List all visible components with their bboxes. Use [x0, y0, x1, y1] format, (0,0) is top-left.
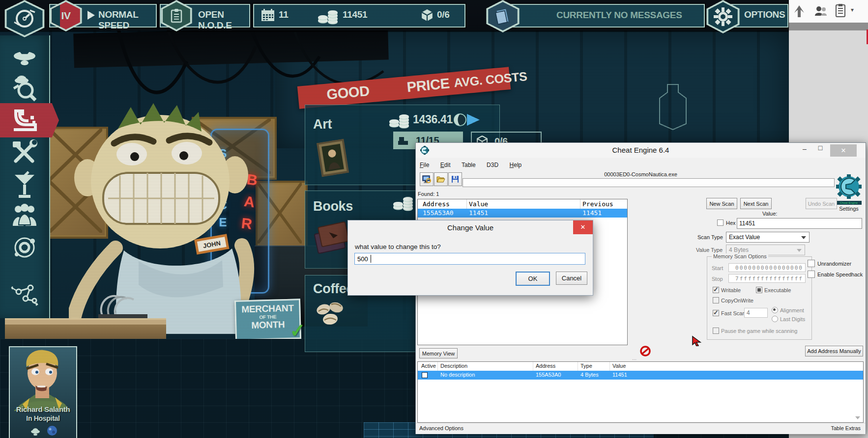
new-scan-button[interactable]: New Scan	[706, 198, 737, 209]
menu-file[interactable]: File	[420, 162, 429, 168]
active-checkbox[interactable]	[422, 372, 428, 378]
merchant-name-tag: JOHN	[196, 235, 228, 253]
speedometer-icon	[13, 7, 36, 30]
memory-view-button[interactable]: Memory View	[419, 348, 458, 358]
value-type-value: 4 Bytes	[729, 246, 749, 253]
scan-row-address: 155A53A0	[423, 209, 454, 217]
speed-stage: IV	[61, 10, 70, 22]
crew-portrait[interactable]: Richard Salanth In Hospital	[9, 346, 77, 438]
ce-progress-bar	[463, 178, 835, 187]
list-col-description[interactable]: Description	[440, 363, 467, 369]
portrait-status: In Hospital	[10, 414, 76, 422]
sidebar-item-scanner[interactable]	[11, 75, 38, 102]
messages-label: CURRENTLY NO MESSAGES	[556, 10, 682, 21]
speedhack-label: Enable Speedhack	[817, 272, 863, 277]
flask-outline-icon	[658, 83, 688, 131]
ce-titlebar[interactable]: Cheat Engine 6.4 – □ ✕	[416, 143, 866, 158]
address-list-row[interactable]: No description 155A53A0 4 Bytes 11451	[418, 371, 863, 380]
hex-checkbox[interactable]	[717, 219, 723, 226]
copyonwrite-checkbox[interactable]	[713, 297, 719, 303]
messages-box[interactable]: CURRENTLY NO MESSAGES	[501, 4, 705, 27]
ce-logo[interactable]: Cheat Engine	[836, 174, 862, 205]
trade-arrow-icon[interactable]	[467, 114, 480, 126]
unrandomizer-checkbox[interactable]	[808, 260, 815, 267]
market-col-price: PRICE	[406, 75, 450, 95]
ok-button[interactable]: OK	[516, 272, 550, 286]
alignment-radio[interactable]	[772, 307, 778, 313]
menu-edit[interactable]: Edit	[440, 162, 451, 168]
unrandomizer-label: Unrandomizer	[817, 261, 851, 267]
fast-scan-input[interactable]	[744, 308, 768, 318]
table-extras-link[interactable]: Table Extras	[831, 425, 861, 431]
scan-type-label: Scan Type	[697, 234, 723, 240]
fast-scan-checkbox[interactable]: ✓	[713, 310, 719, 316]
pointer-scan-icon[interactable]	[692, 335, 701, 346]
scan-col-previous[interactable]: Previous	[582, 200, 613, 208]
hex-label: Hex	[726, 220, 736, 226]
scan-result-row[interactable]: 155A53A0 11451 11451	[418, 209, 627, 218]
dialog-input-wrap	[354, 253, 585, 265]
users-tool-icon[interactable]	[814, 5, 827, 18]
toolbar-caret-icon[interactable]: ▾	[851, 6, 854, 13]
advanced-options-link[interactable]: Advanced Options	[419, 425, 463, 431]
found-count: Found: 1	[418, 191, 439, 197]
sidebar-item-crew[interactable]	[12, 203, 37, 227]
sidebar-item-ship[interactable]	[12, 43, 37, 69]
list-col-address[interactable]: Address	[536, 363, 555, 369]
clipboard-tool-icon[interactable]	[835, 4, 846, 18]
list-scroll-chevron[interactable]	[855, 416, 860, 419]
address-list: Active Description Address Type Value No…	[417, 361, 864, 423]
menu-d3d[interactable]: D3D	[487, 162, 498, 168]
dialog-value-input[interactable]	[354, 253, 585, 265]
mso-stop-input[interactable]	[728, 274, 806, 283]
menu-help[interactable]: Help	[510, 162, 522, 168]
market-col-good: GOOD	[326, 83, 370, 103]
pause-checkbox[interactable]	[713, 328, 719, 334]
list-col-type[interactable]: Type	[580, 363, 592, 369]
maximize-button[interactable]: □	[813, 144, 827, 156]
sidebar-item-workshop[interactable]	[11, 138, 38, 166]
executable-checkbox[interactable]	[756, 287, 762, 293]
card-imprinter[interactable]	[96, 287, 151, 319]
scan-value-input[interactable]	[737, 218, 862, 229]
close-button[interactable]: ✕	[830, 144, 857, 157]
coins-icon	[392, 194, 415, 211]
last-digits-radio[interactable]	[772, 316, 778, 322]
undo-scan-button[interactable]: Undo Scan	[806, 198, 837, 209]
value-label: Value:	[762, 211, 777, 217]
scan-col-value[interactable]: Value	[469, 200, 488, 208]
menu-table[interactable]: Table	[462, 162, 476, 168]
gear-icon	[714, 7, 732, 26]
speedhack-checkbox[interactable]	[808, 271, 815, 278]
scan-type-value: Exact Value	[729, 234, 760, 241]
dialog-prompt: what value to change this to?	[355, 243, 441, 250]
cancel-button[interactable]: Cancel	[556, 272, 587, 285]
screen: SPACE BAR JOHN	[0, 0, 868, 438]
sidebar-item-trade[interactable]	[11, 107, 38, 135]
ce-footer: Advanced Options Table Extras	[416, 423, 866, 434]
next-scan-button[interactable]: Next Scan	[740, 198, 772, 209]
dialog-title: Change Value	[348, 223, 593, 232]
sidebar-item-system[interactable]	[12, 235, 37, 260]
cursor-tool-icon[interactable]	[794, 5, 805, 18]
coffee-item-icon	[315, 301, 349, 328]
play-icon[interactable]	[87, 11, 95, 20]
writable-checkbox[interactable]: ✓	[713, 287, 719, 293]
list-col-active[interactable]: Active	[421, 363, 436, 369]
right-divider-strip	[789, 23, 868, 30]
row-type: 4 Bytes	[580, 372, 599, 378]
dialog-close-button[interactable]: ✕	[573, 220, 593, 234]
scan-type-dropdown[interactable]: Exact Value	[726, 232, 810, 243]
scan-col-address[interactable]: Address	[423, 200, 450, 208]
sidebar-item-starmap[interactable]	[11, 281, 39, 308]
add-address-button[interactable]: Add Address Manually	[805, 346, 863, 356]
mso-start-input[interactable]	[728, 263, 806, 272]
settings-link[interactable]: Settings	[836, 206, 862, 212]
minimize-button[interactable]: –	[798, 145, 811, 156]
sidebar-item-bar[interactable]	[12, 171, 37, 198]
last-digits-label: Last Digits	[780, 316, 805, 322]
speed-label: NORMAL SPEED	[98, 9, 156, 31]
dialog-titlebar[interactable]: Change Value ✕	[348, 220, 593, 235]
list-col-value[interactable]: Value	[612, 363, 626, 369]
no-entry-icon	[640, 346, 651, 356]
